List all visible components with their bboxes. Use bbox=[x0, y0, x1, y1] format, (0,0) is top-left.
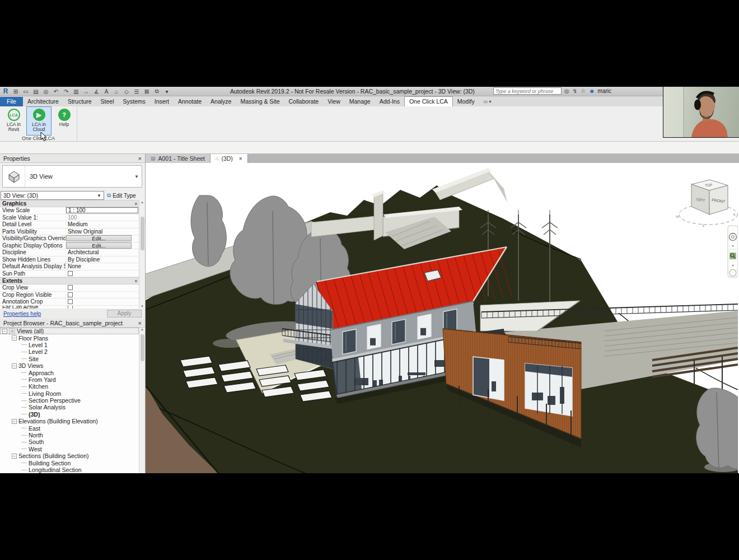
tree-expander-icon[interactable]: − bbox=[2, 329, 7, 334]
tree-item-3d[interactable]: (3D) bbox=[0, 411, 139, 418]
section-header-graphics[interactable]: Graphics« bbox=[0, 200, 139, 207]
tree-item-level-1[interactable]: Level 1 bbox=[0, 342, 139, 348]
section-header-extents[interactable]: Extents« bbox=[0, 277, 139, 284]
modify-window-icon[interactable]: ⊞ bbox=[12, 87, 20, 95]
tree-item-3d-views[interactable]: −3D Views bbox=[0, 362, 139, 369]
thin-lines-icon[interactable]: ☰ bbox=[133, 87, 141, 95]
ribbon-tab-modify[interactable]: Modify bbox=[453, 97, 479, 106]
signin-user-icon[interactable]: ☻ bbox=[589, 88, 595, 94]
ribbon-tab-file[interactable]: File bbox=[0, 97, 23, 106]
checkbox[interactable] bbox=[68, 271, 73, 276]
scroll-down-icon[interactable]: ▼ bbox=[139, 305, 145, 308]
tree-expander-icon[interactable]: − bbox=[12, 335, 17, 340]
property-row-discipline[interactable]: DisciplineArchitectural bbox=[0, 249, 139, 256]
tree-expander-icon[interactable]: − bbox=[12, 419, 17, 424]
property-row-scale-value-1[interactable]: Scale Value 1:100 bbox=[0, 214, 139, 222]
property-row-show-hidden-lines[interactable]: Show Hidden LinesBy Discipline bbox=[0, 256, 139, 264]
open-icon[interactable]: ▭ bbox=[22, 87, 30, 95]
ribbon-tab-architecture[interactable]: Architecture bbox=[23, 97, 63, 106]
tree-item-kitchen[interactable]: Kitchen bbox=[0, 383, 139, 390]
checkbox[interactable] bbox=[68, 285, 73, 290]
compass-letter[interactable]: W bbox=[676, 215, 679, 218]
tree-item-site[interactable]: Site bbox=[0, 356, 139, 362]
apply-button[interactable]: Apply bbox=[107, 310, 142, 318]
close-inactive-icon[interactable]: ⊠ bbox=[143, 87, 151, 95]
tree-item-approach[interactable]: Approach bbox=[0, 369, 139, 376]
ribbon-tab-one-click-lca[interactable]: One Click LCA bbox=[404, 96, 453, 106]
ribbon-tab-collaborate[interactable]: Collaborate bbox=[284, 97, 323, 106]
edit-button[interactable]: Edit... bbox=[66, 235, 132, 241]
property-row-visibility-graphics-overrides[interactable]: Visibility/Graphics OverridesEdit... bbox=[0, 235, 139, 242]
tree-expander-icon[interactable]: − bbox=[12, 363, 17, 368]
revit-logo[interactable]: R bbox=[2, 87, 10, 95]
scroll-up-icon[interactable]: ▲ bbox=[139, 328, 145, 331]
chevron-down-icon[interactable]: ▼ bbox=[134, 174, 142, 179]
binoculars-icon[interactable]: ◎ bbox=[564, 88, 569, 94]
properties-scrollbar[interactable]: ▲ ▼ bbox=[139, 200, 145, 309]
view-tab-3d[interactable]: ⌂(3D)× bbox=[211, 154, 248, 163]
tree-item-solar-analysis[interactable]: Solar Analysis bbox=[0, 404, 139, 410]
property-row-parts-visibility[interactable]: Parts VisibilityShow Original bbox=[0, 228, 139, 236]
ribbon-tab-annotate[interactable]: Annotate bbox=[174, 97, 206, 106]
tree-expander-icon[interactable]: − bbox=[12, 454, 17, 459]
lca-in-revit-button[interactable]: LCALCA in Revit bbox=[1, 106, 26, 136]
ribbon-tab-steel[interactable]: Steel bbox=[96, 97, 119, 106]
save-icon[interactable]: ▤ bbox=[32, 87, 40, 95]
compass-letter[interactable]: S bbox=[702, 224, 704, 227]
redo-icon[interactable]: ↷ bbox=[62, 87, 70, 95]
tree-item-section-perspective[interactable]: Section Perspective bbox=[0, 397, 139, 404]
customize-qat-icon[interactable]: ▾ bbox=[163, 87, 171, 95]
view-tab-a001-title-sheet[interactable]: ▤A001 - Title Sheet bbox=[146, 154, 211, 163]
tree-item-elevations-building-elevation[interactable]: −Elevations (Building Elevation) bbox=[0, 418, 139, 424]
sync-with-central-icon[interactable]: ◎ bbox=[42, 87, 50, 95]
close-view-icon[interactable]: × bbox=[239, 156, 242, 162]
help-button[interactable]: ?Help bbox=[52, 106, 77, 136]
tree-item-from-yard[interactable]: From Yard bbox=[0, 376, 139, 383]
type-selector[interactable]: 3D View ▼ bbox=[0, 163, 145, 191]
property-row-graphic-display-options[interactable]: Graphic Display OptionsEdit... bbox=[0, 242, 139, 250]
tree-item-views-all[interactable]: −◎Views (all) bbox=[0, 328, 139, 334]
value-input[interactable]: 1 : 100 bbox=[66, 207, 138, 213]
tree-item-level-2[interactable]: Level 2 bbox=[0, 348, 139, 355]
property-row-sun-path[interactable]: Sun Path bbox=[0, 270, 139, 278]
checkbox[interactable] bbox=[68, 292, 73, 297]
text-note-icon[interactable]: A bbox=[102, 87, 110, 95]
edit-button[interactable]: Edit... bbox=[66, 242, 132, 249]
ribbon-display-toggle[interactable]: ▭ ▾ bbox=[479, 97, 496, 106]
ribbon-tab-systems[interactable]: Systems bbox=[119, 97, 150, 106]
view-selector-dropdown[interactable]: 3D View: (3D) ▼ bbox=[1, 191, 104, 200]
close-icon[interactable]: × bbox=[138, 320, 142, 326]
search-input[interactable] bbox=[493, 87, 562, 95]
undo-icon[interactable]: ↶ bbox=[52, 87, 60, 95]
property-row-default-analysis-display-style[interactable]: Default Analysis Display StyleNone bbox=[0, 263, 139, 270]
tree-item-south[interactable]: South bbox=[0, 438, 139, 445]
measure-icon[interactable]: ↔ bbox=[82, 87, 90, 95]
tree-item-east[interactable]: East bbox=[0, 424, 139, 431]
project-browser-header[interactable]: Project Browser - RAC_basic_sample_proje… bbox=[0, 319, 145, 328]
property-row-crop-view[interactable]: Crop View bbox=[0, 284, 139, 292]
compass-letter[interactable]: E bbox=[733, 213, 736, 216]
project-browser-scrollbar[interactable]: ▲ bbox=[139, 328, 145, 473]
property-row-detail-level[interactable]: Detail LevelMedium bbox=[0, 221, 139, 228]
properties-header[interactable]: Properties × bbox=[0, 154, 145, 163]
tree-item-floor-plans[interactable]: −Floor Plans bbox=[0, 334, 139, 341]
tree-item-sections-building-section[interactable]: −Sections (Building Section) bbox=[0, 452, 139, 459]
close-icon[interactable]: × bbox=[138, 155, 142, 162]
edit-type-button[interactable]: ⧉ Edit Type bbox=[105, 191, 144, 200]
tree-item-living-room[interactable]: Living Room bbox=[0, 390, 139, 397]
tree-item-building-section[interactable]: Building Section bbox=[0, 459, 139, 466]
property-row-view-scale[interactable]: View Scale1 : 100 bbox=[0, 207, 139, 214]
ribbon-tab-view[interactable]: View bbox=[323, 97, 345, 106]
property-row-annotation-crop[interactable]: Annotation Crop bbox=[0, 298, 139, 306]
favorites-star-icon[interactable]: ☆ bbox=[581, 88, 586, 94]
tree-item-longitudinal-section[interactable]: Longitudinal Section bbox=[0, 466, 139, 473]
ribbon-tab-analyze[interactable]: Analyze bbox=[206, 97, 236, 106]
tree-item-north[interactable]: North bbox=[0, 432, 139, 438]
aligned-dimension-icon[interactable]: ∡ bbox=[92, 87, 100, 95]
print-icon[interactable]: ▥ bbox=[72, 87, 80, 95]
ribbon-tab-massing-site[interactable]: Massing & Site bbox=[236, 97, 284, 106]
default-3d-view-icon[interactable]: ⌂ bbox=[113, 87, 120, 95]
tree-item-west[interactable]: West bbox=[0, 446, 139, 452]
drawing-area[interactable]: TOPLEFTFRONTWSE▾▾ bbox=[146, 163, 739, 473]
comm-center-icon[interactable]: ↯ bbox=[573, 88, 577, 94]
